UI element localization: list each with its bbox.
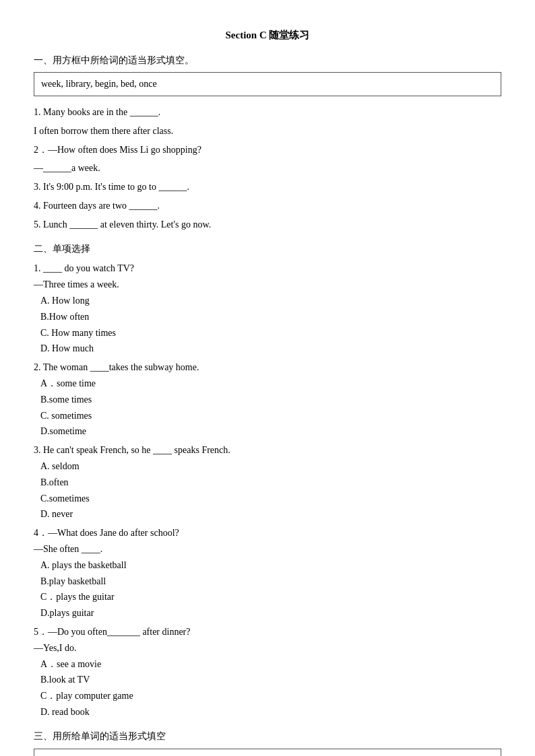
p2-q4-text: 4．—What does Jane do after school?: [34, 525, 501, 541]
p2-q4-optC: C．plays the guitar: [40, 589, 501, 605]
p2-q1: 1. ____ do you watch TV? —Three times a …: [34, 261, 501, 357]
p2-q4-optD: D.plays guitar: [40, 605, 501, 621]
p2-q1-optC: C. How many times: [40, 325, 501, 341]
p2-q4-optA: A. plays the basketball: [40, 557, 501, 574]
q1-2b: —______a week.: [34, 160, 501, 176]
part2-questions: 1. ____ do you watch TV? —Three times a …: [34, 261, 501, 720]
p2-q2-optD: D.sometime: [40, 423, 501, 440]
q1-3: 3. It's 9:00 p.m. It's time to go to ___…: [34, 179, 501, 195]
p2-q5-optB: B.look at TV: [40, 672, 501, 688]
part3-wordbox: begin, go, after, listen, watch: [34, 749, 501, 756]
p2-q5-text: 5．—Do you often_______ after dinner?: [34, 624, 501, 640]
q1-2: 2．—How often does Miss Li go shopping?: [34, 142, 501, 158]
p2-q5-optC: C．play computer game: [40, 688, 501, 704]
p2-q4-optB: B.play basketball: [40, 574, 501, 590]
p2-q5: 5．—Do you often_______ after dinner? —Ye…: [34, 624, 501, 720]
part2-header-text: 二、单项选择: [34, 244, 90, 254]
part3-header-text: 三、用所给单词的适当形式填空: [34, 731, 166, 741]
part1-wordbox: week, library, begin, bed, once: [34, 72, 501, 96]
p2-q5-optA: A．see a movie: [40, 656, 501, 673]
q1-1b: I often borrow them there after class.: [34, 123, 501, 139]
p2-q3-optB: B.often: [40, 475, 501, 491]
p2-q2-optA: A．some time: [40, 376, 501, 392]
p2-q1-sub: —Three times a week.: [34, 277, 501, 293]
p2-q2-optC: C. sometimes: [40, 408, 501, 424]
p2-q1-optB: B.How often: [40, 309, 501, 325]
p2-q5-optD: D. read book: [40, 704, 501, 720]
page-title: Section C 随堂练习: [34, 27, 501, 44]
part3-header: 三、用所给单词的适当形式填空: [34, 728, 501, 745]
part2-header: 二、单项选择: [34, 241, 501, 257]
p2-q3-optA: A. seldom: [40, 458, 501, 475]
p2-q5-sub: —Yes,I do.: [34, 640, 501, 656]
p2-q3: 3. He can't speak French, so he ____ spe…: [34, 442, 501, 522]
p2-q3-optD: D. never: [40, 506, 501, 522]
q1-5: 5. Lunch ______ at eleven thirty. Let's …: [34, 217, 501, 233]
q1-4: 4. Fourteen days are two ______.: [34, 198, 501, 214]
p2-q2-text: 2. The woman ____takes the subway home.: [34, 359, 501, 376]
p2-q1-text: 1. ____ do you watch TV?: [34, 261, 501, 277]
p2-q4-sub: —She often ____.: [34, 541, 501, 557]
part1-header-text: 一、用方框中所给词的适当形式填空。: [34, 55, 194, 65]
p2-q1-optD: D. How much: [40, 341, 501, 357]
part1-header: 一、用方框中所给词的适当形式填空。: [34, 53, 501, 69]
p2-q2-optB: B.some times: [40, 392, 501, 408]
p2-q2: 2. The woman ____takes the subway home. …: [34, 359, 501, 440]
p2-q3-optC: C.sometimes: [40, 491, 501, 507]
q1-1: 1. Many books are in the ______.: [34, 104, 501, 121]
p2-q1-optA: A. How long: [40, 293, 501, 309]
part1-questions: 1. Many books are in the ______. I often…: [34, 104, 501, 233]
p2-q4: 4．—What does Jane do after school? —She …: [34, 525, 501, 621]
p2-q3-text: 3. He can't speak French, so he ____ spe…: [34, 442, 501, 458]
